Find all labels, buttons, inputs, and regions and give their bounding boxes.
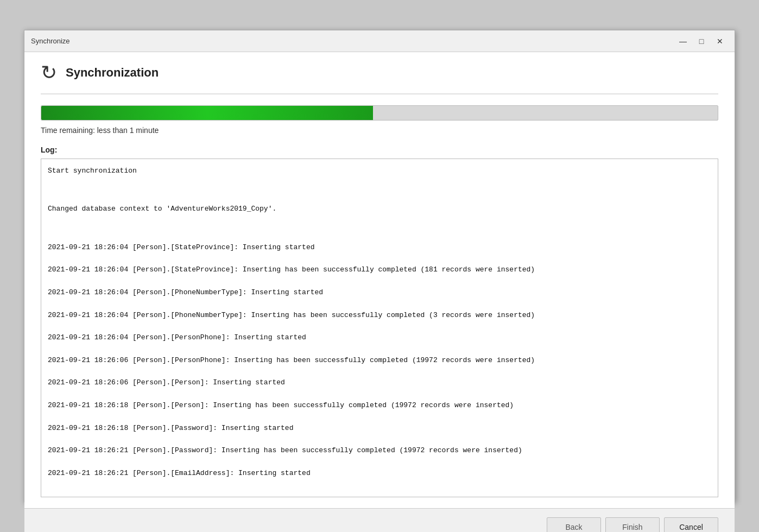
- progress-section: Time remaining: less than 1 minute: [41, 105, 718, 139]
- footer: Back Finish Cancel: [24, 508, 735, 532]
- content-area: Time remaining: less than 1 minute Log: …: [41, 105, 718, 497]
- sync-icon: ↻: [41, 63, 57, 83]
- log-line: 2021-09-21 18:26:04 [Person].[PersonPhon…: [48, 332, 711, 344]
- maximize-button[interactable]: □: [693, 35, 710, 48]
- close-button[interactable]: ✕: [712, 35, 728, 48]
- log-line: 2021-09-21 18:26:06 [Person].[PersonPhon…: [48, 355, 711, 366]
- time-remaining: Time remaining: less than 1 minute: [41, 126, 718, 135]
- log-line: Changed database context to 'AdventureWo…: [48, 204, 711, 215]
- cancel-button[interactable]: Cancel: [664, 517, 718, 532]
- log-line: [48, 188, 711, 193]
- log-line: 2021-09-21 18:26:04 [Person].[PhoneNumbe…: [48, 287, 711, 299]
- header-section: ↻ Synchronization: [41, 63, 718, 94]
- page-title: Synchronization: [66, 66, 159, 80]
- log-line: 2021-09-21 18:26:18 [Person].[Person]: I…: [48, 400, 711, 411]
- log-area: Start synchronizationChanged database co…: [41, 159, 718, 497]
- log-line: 2021-09-21 18:26:18 [Person].[Password]:…: [48, 423, 711, 434]
- progress-bar-fill: [41, 106, 373, 120]
- log-line: 2021-09-21 18:26:04 [Person].[StateProvi…: [48, 264, 711, 276]
- log-line: 2021-09-21 18:26:21 [Person].[EmailAddre…: [48, 468, 711, 479]
- minimize-button[interactable]: —: [675, 35, 691, 48]
- title-bar-left: Synchronize: [31, 37, 70, 45]
- progress-bar-container: [41, 105, 718, 121]
- finish-button[interactable]: Finish: [605, 517, 660, 532]
- title-bar-controls: — □ ✕: [675, 35, 728, 48]
- log-line: [48, 226, 711, 231]
- title-bar: Synchronize — □ ✕: [24, 30, 735, 52]
- log-line: 2021-09-21 18:26:06 [Person].[Person]: I…: [48, 377, 711, 389]
- main-window: Synchronize — □ ✕ ↻ Synchronization Time…: [24, 30, 735, 502]
- window-body: ↻ Synchronization Time remaining: less t…: [24, 52, 735, 508]
- log-line: 2021-09-21 18:26:21 [Person].[Password]:…: [48, 445, 711, 457]
- log-line: 2021-09-21 18:26:04 [Person].[StateProvi…: [48, 242, 711, 254]
- log-line: Start synchronization: [48, 166, 711, 177]
- log-label: Log:: [41, 145, 718, 154]
- window-title: Synchronize: [31, 37, 70, 45]
- log-line: 2021-09-21 18:26:04 [Person].[PhoneNumbe…: [48, 310, 711, 321]
- back-button[interactable]: Back: [547, 517, 601, 532]
